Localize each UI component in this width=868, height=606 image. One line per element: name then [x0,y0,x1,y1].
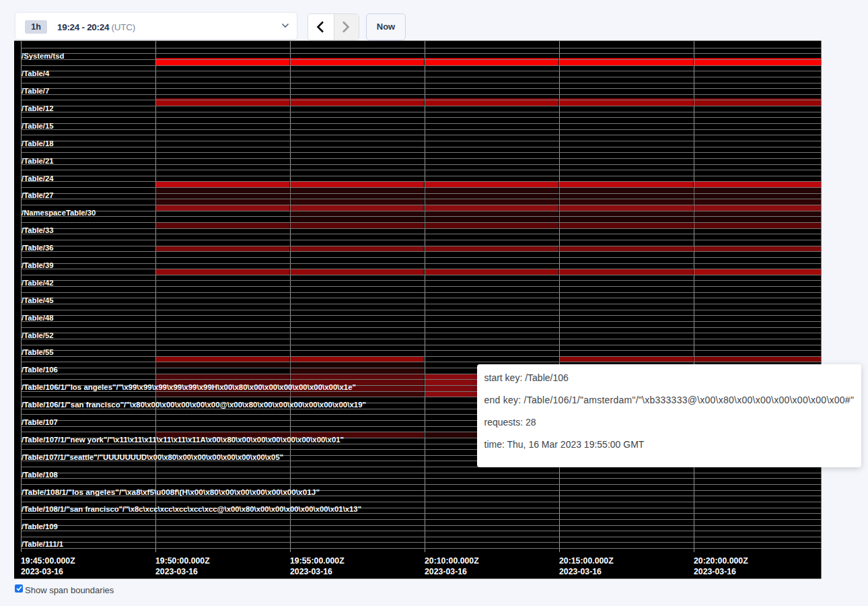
svg-text:20:20:00.000Z: 20:20:00.000Z [694,556,748,566]
svg-text:/Table/107/1/"seattle"/"UUUUUU: /Table/107/1/"seattle"/"UUUUUUUD\x00\x80… [22,453,283,461]
svg-text:/Table/55: /Table/55 [22,348,54,356]
svg-text:/Table/33: /Table/33 [22,226,54,234]
svg-text:2023-03-16: 2023-03-16 [155,567,198,576]
svg-text:19:50:00.000Z: 19:50:00.000Z [155,556,210,566]
svg-text:/Table/36: /Table/36 [22,244,54,252]
svg-text:19:45:00.000Z: 19:45:00.000Z [21,556,75,566]
svg-text:/Table/107: /Table/107 [22,418,58,426]
svg-text:2023-03-16: 2023-03-16 [425,567,467,576]
svg-text:/Table/111/1: /Table/111/1 [22,540,63,548]
svg-text:20:10:00.000Z: 20:10:00.000Z [425,556,479,566]
svg-text:/Table/106: /Table/106 [22,366,58,374]
svg-text:/Table/42: /Table/42 [22,279,54,287]
svg-text:/System/tsd: /System/tsd [22,52,65,60]
svg-text:19:55:00.000Z: 19:55:00.000Z [290,556,345,566]
svg-text:/Table/106/1/"san francisco"/": /Table/106/1/"san francisco"/"\x80\x00\x… [22,401,366,409]
svg-text:/Table/108/1/"san francisco"/": /Table/108/1/"san francisco"/"\x8c\xcc\x… [22,505,361,513]
svg-text:2023-03-16: 2023-03-16 [559,567,602,576]
svg-text:/Table/12: /Table/12 [22,104,54,112]
svg-text:/Table/109: /Table/109 [22,523,58,531]
svg-text:/Table/24: /Table/24 [22,174,54,182]
svg-text:/Table/4: /Table/4 [22,69,50,77]
svg-text:/Table/48: /Table/48 [22,314,54,322]
svg-text:/Table/18: /Table/18 [22,139,54,147]
svg-text:/Table/106/1/"los angeles"/"\x: /Table/106/1/"los angeles"/"\x99\x99\x99… [22,383,356,391]
svg-text:2023-03-16: 2023-03-16 [694,567,736,576]
svg-text:/Table/7: /Table/7 [22,87,49,95]
svg-text:/Table/39: /Table/39 [22,261,54,269]
svg-text:/Table/21: /Table/21 [22,157,54,165]
svg-text:/Table/52: /Table/52 [22,331,54,339]
svg-text:2023-03-16: 2023-03-16 [21,567,63,576]
svg-text:/Table/107/1/"new york"/"\x11\: /Table/107/1/"new york"/"\x11\x11\x11\x1… [22,436,344,444]
svg-text:/Table/15: /Table/15 [22,122,54,130]
svg-text:20:15:00.000Z: 20:15:00.000Z [559,556,614,566]
svg-text:/Table/45: /Table/45 [22,296,54,304]
svg-text:/Table/108/1/"los angeles"/"\x: /Table/108/1/"los angeles"/"\xa8\xf5\u00… [22,488,320,496]
svg-text:/NamespaceTable/30: /NamespaceTable/30 [22,209,96,217]
svg-text:2023-03-16: 2023-03-16 [290,567,332,576]
svg-text:/Table/108: /Table/108 [22,471,58,479]
svg-text:/Table/27: /Table/27 [22,191,54,199]
